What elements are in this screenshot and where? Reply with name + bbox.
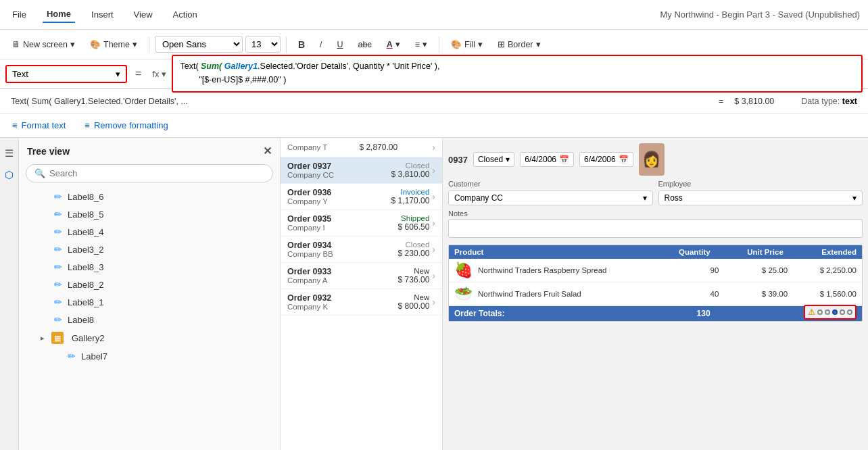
strikethrough-button[interactable]: abc xyxy=(352,36,378,53)
remove-formatting-button[interactable]: ≡ Remove formatting xyxy=(78,118,174,133)
calendar-icon: 📅 xyxy=(559,155,569,164)
tree-item[interactable]: ✏ Label7 xyxy=(22,347,277,365)
format-text-label: Format text xyxy=(22,120,66,130)
italic-button[interactable]: / xyxy=(314,36,328,53)
theme-button[interactable]: 🎨 Theme ▾ xyxy=(84,36,143,53)
data-type-value: text xyxy=(842,97,857,106)
font-size-select[interactable]: 13 xyxy=(245,36,281,53)
new-screen-label: New screen xyxy=(23,40,68,49)
menu-action[interactable]: Action xyxy=(169,7,201,22)
sep1 xyxy=(149,36,149,53)
chevron-down-icon: ▾ xyxy=(423,39,427,49)
new-screen-button[interactable]: 🖥 New screen ▾ xyxy=(5,36,81,53)
product-row[interactable]: 🍓 Northwind Traders Raspberry Spread 90 … xyxy=(449,259,862,282)
order-amount: $ 736.00 xyxy=(398,275,430,284)
fill-button[interactable]: 🎨 Fill ▾ xyxy=(445,36,489,53)
screen-icon: 🖥 xyxy=(11,40,20,49)
menu-file[interactable]: File xyxy=(8,7,30,22)
order-row[interactable]: Order 0932 Company K New $ 800.00 › xyxy=(281,289,442,316)
employee-field[interactable]: Ross ▾ xyxy=(658,191,863,205)
chevron-down-icon: ▾ xyxy=(506,155,510,164)
font-select[interactable]: Open Sans xyxy=(155,36,243,53)
calendar-icon: 📅 xyxy=(619,155,629,164)
notes-field[interactable] xyxy=(448,219,863,238)
sidebar: Tree view ✕ 🔍 ✏ Label8_6 ✏ Label8_5 ✏ La… xyxy=(19,138,281,450)
product-row[interactable]: 🥗 Northwind Traders Fruit Salad 40 $ 39.… xyxy=(449,282,862,306)
align-button[interactable]: ≡ ▾ xyxy=(409,36,433,53)
menu-insert[interactable]: Insert xyxy=(87,7,118,22)
date-field-1[interactable]: 6/4/2006 📅 xyxy=(520,152,574,167)
product-qty: 90 xyxy=(650,266,719,274)
order-row-top[interactable]: Company T $ 2,870.00 › xyxy=(281,138,442,157)
formula-dropdown[interactable]: Text ▾ xyxy=(5,65,127,83)
border-label: Border xyxy=(508,40,533,49)
menu-home[interactable]: Home xyxy=(43,6,75,23)
product-name: Northwind Traders Fruit Salad xyxy=(478,290,650,298)
tree-item[interactable]: ✏ Label8_1 xyxy=(22,293,277,311)
app-title: My Northwind - Begin Part 3 - Saved (Unp… xyxy=(660,9,860,20)
layers-icon[interactable]: ⬡ xyxy=(2,166,16,184)
menu-view[interactable]: View xyxy=(130,7,157,22)
left-strip: ☰ ⬡ xyxy=(0,138,19,450)
formula-fx[interactable]: fx ▾ xyxy=(149,69,169,79)
product-qty: 40 xyxy=(650,290,719,298)
handle-dot[interactable] xyxy=(817,309,823,315)
label-icon: ✏ xyxy=(54,191,62,202)
order-amount: $ 1,170.00 xyxy=(391,196,430,205)
handle-dot[interactable] xyxy=(840,309,845,315)
handle-dot-active[interactable] xyxy=(832,309,838,315)
chevron-down-icon: ▾ xyxy=(395,39,400,49)
underline-button[interactable]: U xyxy=(331,36,349,53)
tree-item[interactable]: ✏ Label8_6 xyxy=(22,188,277,205)
gallery-icon: ▦ xyxy=(51,332,64,344)
product-name: Northwind Traders Raspberry Spread xyxy=(478,266,650,274)
handle-dot[interactable] xyxy=(825,309,830,315)
tree-item[interactable]: ✏ Label3_2 xyxy=(22,241,277,258)
search-input[interactable] xyxy=(49,168,264,178)
tree-title: Tree view xyxy=(27,146,70,157)
chevron-down-icon: ▾ xyxy=(116,69,120,79)
tree-item[interactable]: ✏ Label8_3 xyxy=(22,258,277,276)
date-field-2[interactable]: 6/4/2006 📅 xyxy=(579,152,633,167)
date-value: 6/4/2006 xyxy=(525,155,556,164)
status-dropdown[interactable]: Closed ▾ xyxy=(473,152,514,167)
order-row[interactable]: Order 0934 Company BB Closed $ 230.00 › xyxy=(281,236,442,263)
preview-inner: Company T $ 2,870.00 › Order 0937 Compan… xyxy=(281,138,868,450)
tree-item[interactable]: ✏ Label8 xyxy=(22,311,277,328)
tree-item-gallery2[interactable]: ▸ ▦ Gallery2 xyxy=(22,328,277,347)
order-row[interactable]: Order 0933 Company A New $ 736.00 › xyxy=(281,263,442,289)
order-status: Closed xyxy=(406,241,430,249)
edit-handle-area[interactable]: ⚠ xyxy=(804,305,857,320)
chevron-down-icon: ▾ xyxy=(643,193,647,203)
product-col-header: Product xyxy=(454,248,637,256)
handle-dot[interactable] xyxy=(847,309,852,315)
order-row[interactable]: Order 0937 Company CC Closed $ 3,810.00 … xyxy=(281,157,442,184)
tree-item[interactable]: ✏ Label8_2 xyxy=(22,276,277,293)
formula-input[interactable]: Text( Sum( Gallery1.Selected.'Order Deta… xyxy=(172,55,863,93)
fill-label: Fill xyxy=(464,40,475,49)
hamburger-icon[interactable]: ☰ xyxy=(2,145,16,162)
customer-label: Customer xyxy=(448,180,653,188)
font-color-button[interactable]: A ▾ xyxy=(381,36,406,53)
order-row[interactable]: Order 0935 Company I Shipped $ 606.50 › xyxy=(281,210,442,236)
order-row[interactable]: Order 0936 Company Y Invoiced $ 1,170.00… xyxy=(281,184,442,210)
tree-item[interactable]: ✏ Label8_5 xyxy=(22,205,277,223)
customer-field[interactable]: Company CC ▾ xyxy=(448,191,653,205)
tree-item[interactable]: ✏ Label8_4 xyxy=(22,223,277,241)
employee-label: Employee xyxy=(658,180,863,188)
remove-formatting-label: Remove formatting xyxy=(94,120,168,130)
notes-label: Notes xyxy=(448,209,863,218)
chevron-down-icon: ▾ xyxy=(70,39,75,49)
bold-button[interactable]: B xyxy=(292,36,311,53)
format-text-button[interactable]: ≡ Format text xyxy=(5,118,72,133)
avatar: 👩 xyxy=(639,143,665,176)
border-button[interactable]: ⊞ Border ▾ xyxy=(491,36,547,53)
order-company: Company T xyxy=(287,143,327,151)
tree-close-button[interactable]: ✕ xyxy=(263,145,272,157)
formula-sum: Sum( xyxy=(201,61,222,71)
search-box[interactable]: 🔍 xyxy=(26,164,273,182)
product-price: $ 25.00 xyxy=(719,266,788,274)
chevron-down-icon: ▾ xyxy=(132,39,137,49)
order-amount: $ 3,810.00 xyxy=(391,170,430,179)
chevron-right-icon: › xyxy=(432,218,435,228)
